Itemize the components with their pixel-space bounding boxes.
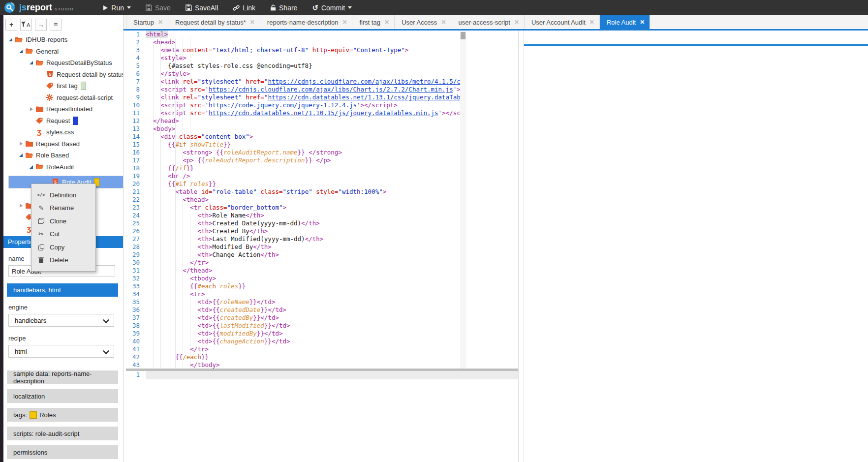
code-line: 3 <meta content="text/html; charset=utf-… (126, 46, 466, 54)
code-line: 36 <td>{{createdDate}}</td> (126, 306, 466, 314)
context-menu-item-label: Rename (50, 204, 74, 212)
expand-arrow-icon[interactable] (28, 107, 34, 111)
close-tab-icon[interactable]: ✕ (342, 19, 347, 26)
expand-arrow-icon[interactable] (28, 61, 34, 64)
context-menu-item-copy[interactable]: Copy (31, 241, 95, 254)
css-icon: ʒ (35, 129, 43, 135)
editor-tab-user-access-script[interactable]: user-access-script✕ (451, 15, 525, 29)
editor-preview-splitter[interactable] (518, 31, 524, 462)
toolbar-item-save[interactable]: Save (146, 4, 171, 12)
tree-item-first-tag[interactable]: first tag (3, 80, 123, 92)
tree-tool-plus-icon[interactable]: + (5, 19, 17, 31)
close-tab-icon[interactable]: ✕ (250, 19, 255, 26)
editor-tab-request-detail-by-status[interactable]: Request detail by status*✕ (168, 15, 260, 29)
property-section-sample-data-reports-name-description[interactable]: sample data: reports-name-description (7, 370, 118, 384)
code-line: 15 {{#if showTitle}} (126, 141, 466, 149)
line-number: 27 (126, 235, 140, 243)
line-number: 18 (126, 164, 140, 172)
tree-tool-hamburger-icon[interactable]: ≡ (50, 19, 62, 31)
helpers-editor[interactable]: 1 (126, 371, 518, 462)
toolbar-item-commit[interactable]: ↺Commit (312, 4, 352, 12)
line-number: 42 (126, 353, 140, 361)
code-line-content: <th>Change Action</th> (146, 251, 279, 259)
editor-tab-first-tag[interactable]: first tag✕ (352, 15, 395, 29)
property-section-permissions[interactable]: permissions (7, 445, 118, 459)
code-line: 26 <th>Created By</th> (126, 227, 466, 235)
trash-icon (36, 257, 46, 263)
code-line-content: <body> (146, 125, 175, 133)
link-icon (233, 4, 240, 11)
toolbar-item-saveall[interactable]: SaveAll (186, 4, 218, 12)
tree-item-requestdetailbystatus[interactable]: RequestDetailByStatus (3, 57, 123, 69)
property-section-scripts-role-audit-script[interactable]: scripts: role-audit-script (7, 427, 118, 440)
context-menu-item-cut[interactable]: ✂Cut (31, 228, 95, 241)
expand-arrow-icon[interactable] (18, 204, 24, 208)
line-number: 1 (126, 31, 140, 38)
editor-tab-user-account-audit[interactable]: User Account Audit✕ (525, 15, 600, 29)
property-section-tags[interactable]: tags:Roles (7, 408, 118, 422)
tree-item-label: Request Based (36, 140, 80, 148)
context-menu-item-label: Cut (50, 230, 60, 238)
editor-tab-reports-name-description[interactable]: reports-name-description✕ (260, 15, 353, 29)
line-number: 20 (126, 180, 140, 188)
editor-tab-user-access[interactable]: User Access✕ (395, 15, 451, 29)
filter-icon: A (21, 22, 31, 28)
toolbar-item-run[interactable]: Run (102, 4, 131, 12)
line-number: 37 (126, 314, 140, 322)
floppy-icon (186, 4, 192, 11)
context-menu-item-definition[interactable]: </>Definition (31, 188, 95, 202)
tree-item-request-detail-by-status[interactable]: 5Request detail by status* (3, 69, 123, 81)
close-tab-icon[interactable]: ✕ (158, 19, 163, 26)
expand-arrow-icon[interactable] (18, 154, 24, 157)
tree-item-requestinitiated[interactable]: RequestInitiated (3, 103, 123, 115)
entity-context-menu: </>Definition✎RenameClone✂CutCopyDelete (31, 184, 96, 272)
code-icon: </> (36, 192, 46, 197)
code-line-content: {{#if showTitle}} (146, 141, 231, 149)
context-menu-item-rename[interactable]: ✎Rename (31, 202, 95, 215)
tree-item-idhub-reports[interactable]: IDHUB-reports (3, 34, 123, 46)
engine-select[interactable]: handlebars (8, 314, 114, 327)
expand-arrow-icon[interactable] (18, 142, 24, 146)
chevron-down-icon (103, 348, 109, 354)
close-tab-icon[interactable]: ✕ (589, 19, 594, 26)
close-tab-icon[interactable]: ✕ (514, 19, 519, 26)
tree-item-roleaudit[interactable]: RoleAudit (3, 161, 123, 173)
close-tab-icon[interactable]: ✕ (384, 19, 389, 26)
template-type-section-header: handlebars, html (7, 283, 118, 297)
tree-item-role-based[interactable]: Role Based (3, 150, 123, 161)
toolbar-item-link[interactable]: Link (233, 4, 255, 12)
close-tab-icon[interactable]: ✕ (640, 19, 645, 26)
brand-report: report (27, 2, 52, 13)
tree-item-styles-css[interactable]: ʒstyles.css (3, 126, 123, 138)
tree-tool-arrow-right-icon[interactable]: → (35, 19, 47, 31)
line-number: 15 (126, 141, 140, 149)
recipe-select[interactable]: html (8, 345, 114, 358)
code-line: 42 {{/each}} (126, 353, 466, 361)
expand-arrow-icon[interactable] (28, 165, 34, 169)
code-line-content: </tr> (146, 345, 209, 353)
editor-scrollbar-track[interactable] (460, 31, 466, 369)
code-line-content: <head> (146, 38, 175, 46)
helpers-line-number: 1 (126, 371, 140, 379)
context-menu-item-clone[interactable]: Clone (31, 215, 95, 228)
tree-item-request-based[interactable]: Request Based (3, 138, 123, 150)
tree-tool-filter-icon[interactable]: A (20, 19, 32, 31)
tree-item-general[interactable]: General (3, 46, 123, 58)
line-number: 13 (126, 125, 140, 133)
editor-scrollbar-thumb[interactable] (461, 32, 465, 39)
code-editor[interactable]: 1<html>2 <head>3 <meta content="text/htm… (126, 31, 466, 369)
editor-tab-startup[interactable]: Startup✕ (126, 15, 168, 29)
folder-open-icon (25, 48, 33, 54)
arrow-right-icon: → (37, 21, 44, 28)
code-line-content: </head> (146, 117, 179, 125)
property-section-localization[interactable]: localization (7, 389, 118, 403)
context-menu-item-delete[interactable]: Delete (31, 254, 95, 267)
tree-item-request[interactable]: Request (3, 115, 123, 127)
tree-item-request-detail-script[interactable]: request-detail-script (3, 92, 123, 104)
editor-tab-role-audit[interactable]: Role Audit✕ (600, 15, 650, 29)
expand-arrow-icon[interactable] (18, 50, 24, 53)
expand-arrow-icon[interactable] (7, 38, 14, 41)
toolbar-item-share[interactable]: Share (270, 4, 297, 12)
close-tab-icon[interactable]: ✕ (441, 19, 446, 26)
code-line-content: </tr> (146, 259, 209, 267)
